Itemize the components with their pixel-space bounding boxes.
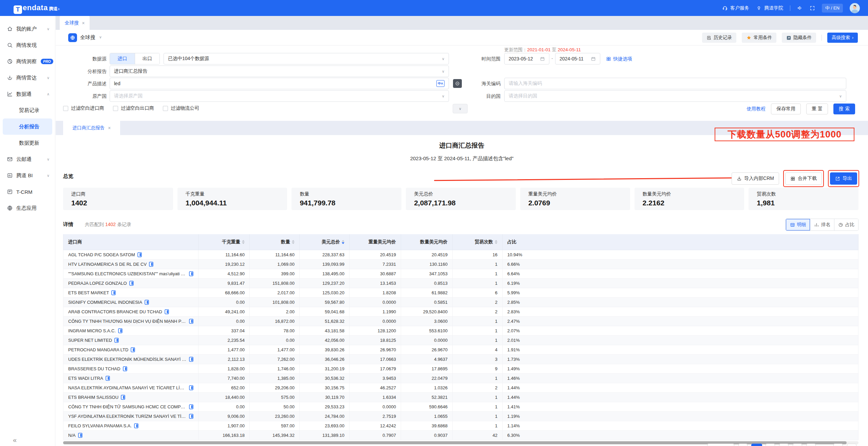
company-profile-icon[interactable] [114,338,119,343]
table-row[interactable]: INGRAM MICRO S.A.C.337.0478.0043,181.581… [63,326,858,335]
checkbox-过滤空白出口商[interactable]: 过滤空白出口商 [113,105,154,111]
importer-name[interactable]: N/A [68,433,76,438]
column-header-数量[interactable]: 数量 [250,234,300,250]
table-row[interactable]: BRASSERIES DU TCHAD1,828.001,746.0031,20… [63,364,858,373]
advanced-search-button[interactable]: 高级搜索 › [827,33,858,43]
checkbox-icon[interactable] [113,106,118,111]
company-profile-icon[interactable] [118,328,122,333]
pagination-button[interactable] [779,444,789,446]
search-panel-title[interactable]: 全球搜 [80,34,95,41]
date-from-input[interactable]: 2023-05-12 [504,53,549,64]
company-profile-icon[interactable] [111,290,116,295]
table-row[interactable]: ARAB CONTRACTORS BRANCHE DU TCHAD49,241.… [63,307,858,316]
importer-name[interactable]: CÔNG TY TNHH THƯƠNG MẠI DỊCH VỤ ĐIỆN MẠN… [68,319,187,324]
fullscreen-icon[interactable] [810,5,815,11]
favorite-conditions-button[interactable]: 常用条件 [742,33,776,43]
merge-download-button[interactable]: 合并下载 [785,172,822,185]
import-to-crm-button[interactable]: 导入内部CRM [732,172,779,185]
pagination-button[interactable] [707,444,734,446]
sidebar-collapse-button[interactable]: « [13,436,17,444]
dest-country-select[interactable]: 请选择目的国 ∨ [504,90,846,102]
sort-icon[interactable] [292,240,295,244]
hide-conditions-button[interactable]: 隐藏条件 [782,33,816,43]
date-to-input[interactable]: 2024-05-11 [555,53,600,64]
pagination-button[interactable] [806,444,816,446]
checkbox-icon[interactable] [63,106,68,111]
table-row[interactable]: AGL TCHAD P/C SOGEA SATOM11,164.6011,164… [63,250,858,259]
importer-name[interactable]: BRASSERIES DU TCHAD [68,366,120,371]
product-desc-input[interactable]: led 中A [110,78,449,89]
pagination-current-page[interactable] [751,444,762,446]
importer-name[interactable]: FEILO SYLVANIA PANAMA S.A. [68,423,132,428]
import-toggle[interactable]: 进口 [110,53,135,64]
checkbox-icon[interactable] [163,106,168,111]
company-profile-icon[interactable] [189,404,193,409]
importer-name[interactable]: ""SAMSUNG ELECTRONICS UZBEKISTAN"" mas'u… [68,271,187,276]
importer-name[interactable]: AGL TCHAD P/C SOGEA SATOM [68,252,135,257]
save-favorite-button[interactable]: 保存常用 [771,104,801,114]
table-row[interactable]: PEDRAJA LOPEZ GONZALO9,831.47151,808.001… [63,278,858,288]
academy-button[interactable]: 腾道学院 [756,5,783,11]
announcement-icon[interactable] [797,5,803,11]
sidebar-item-我的账户[interactable]: 我的账户∨ [0,21,55,37]
importer-name[interactable]: SUPER NET LIMITED [68,338,112,343]
checkbox-过滤空白进口商[interactable]: 过滤空白进口商 [63,105,104,111]
tab-global-search[interactable]: 全球搜 × [60,16,90,30]
importer-name[interactable]: UDES ELEKTRİK ELEKTRONİK MÜHENDİSLİK SAN… [68,357,187,362]
importer-name[interactable]: INGRAM MICRO S.A.C. [68,328,116,333]
company-profile-icon[interactable] [149,262,153,267]
user-avatar[interactable] [850,3,860,13]
checkbox-过滤物流公司[interactable]: 过滤物流公司 [163,105,199,111]
importer-name[interactable]: YSF AYDINLATMA ELEKTRONİK TURİZM SANAYİ … [68,414,187,419]
sort-icon[interactable] [342,240,344,244]
sidebar-item-商情洞察[interactable]: 商情洞察PRO [0,53,55,70]
importer-name[interactable]: CÔNG TY TNHH ĐIỆN TỬ SAMSUNG HCMC CE COM… [68,404,187,409]
view-占比[interactable]: 占比 [834,219,858,230]
chevron-down-icon[interactable]: ∨ [99,35,102,39]
table-row[interactable]: YSF AYDINLATMA ELEKTRONİK TURİZM SANAYİ … [63,411,858,421]
column-header-美元总价[interactable]: 美元总价 [300,234,350,250]
pagination-button[interactable] [766,444,775,446]
report-type-select[interactable]: 进口商汇总报告 ∨ [110,66,449,77]
company-profile-icon[interactable] [189,271,193,276]
company-profile-icon[interactable] [189,357,193,362]
table-row[interactable]: CÔNG TY TNHH ĐIỆN TỬ SAMSUNG HCMC CE COM… [63,402,858,411]
sidebar-item-贸易记录[interactable]: 贸易记录 [0,102,55,118]
export-button[interactable]: 导出 [830,172,857,185]
hs-code-input[interactable]: 请输入海关编码 [504,78,846,89]
importer-name[interactable]: SIGNIFY COMMERCIAL INDONESIA [68,300,142,305]
importer-name[interactable]: ETS BEST MARKET [68,290,109,295]
sidebar-item-T-CRM[interactable]: T-CRM [0,184,55,200]
table-row[interactable]: N/A166,163.18145,394.32131,389.100.79070… [63,430,858,440]
close-icon[interactable]: × [108,125,111,131]
importer-name[interactable]: ETS BRAHIM SALISSOU [68,395,118,400]
collapse-filters-button[interactable]: ∨ [453,104,468,113]
export-toggle[interactable]: 出口 [135,53,159,64]
table-row[interactable]: NASA ELEKTRİK AYDINLATMA SANAYİ VE TİCAR… [63,383,858,392]
company-profile-icon[interactable] [137,252,142,257]
tendata-logo[interactable]: T endata 腾道 ® [14,3,60,13]
company-profile-icon[interactable] [106,376,110,381]
table-row[interactable]: SIGNIFY COMMERCIAL INDONESIA0.00101,808.… [63,297,858,307]
pagination-button[interactable] [847,444,856,446]
company-profile-icon[interactable] [121,395,125,400]
company-profile-icon[interactable] [123,366,127,371]
close-icon[interactable]: × [82,20,84,26]
view-明细[interactable]: 明细 [786,219,810,230]
company-profile-icon[interactable] [189,385,193,390]
sidebar-item-商情发现[interactable]: 商情发现 [0,37,55,53]
origin-country-select[interactable]: 请选择原产国 ∨ [110,90,449,102]
pagination-button[interactable] [833,444,843,446]
sidebar-item-腾道-BI[interactable]: 腾道 BI∨ [0,167,55,184]
tab-importer-summary-report[interactable]: 进口商汇总报告 × [63,121,120,135]
importer-name[interactable]: PEDRAJA LOPEZ GONZALO [68,281,127,286]
customer-service-button[interactable]: 客户服务 [722,5,749,11]
sidebar-item-云邮通[interactable]: 云邮通∨ [0,151,55,167]
sidebar-item-数据更新[interactable]: 数据更新 [0,135,55,151]
table-row[interactable]: ""SAMSUNG ELECTRONICS UZBEKISTAN"" mas'u… [63,269,858,278]
table-row[interactable]: HTV LATINOAMERICA S DE RL DE CV19,230.12… [63,259,858,269]
pagination-button[interactable] [793,444,802,446]
tutorial-link[interactable]: 使用教程 [747,106,766,112]
sort-icon[interactable] [495,240,497,244]
company-profile-icon[interactable] [134,423,138,428]
